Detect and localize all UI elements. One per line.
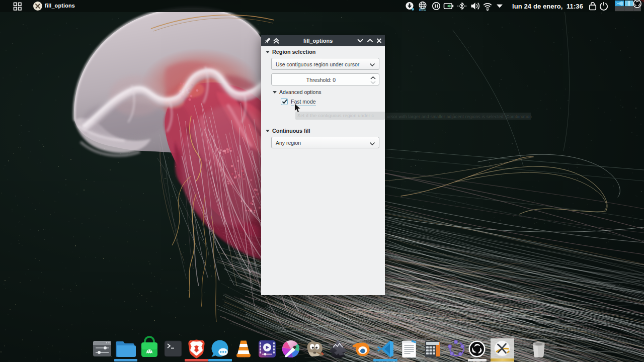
svg-text:REC: REC xyxy=(419,8,426,12)
